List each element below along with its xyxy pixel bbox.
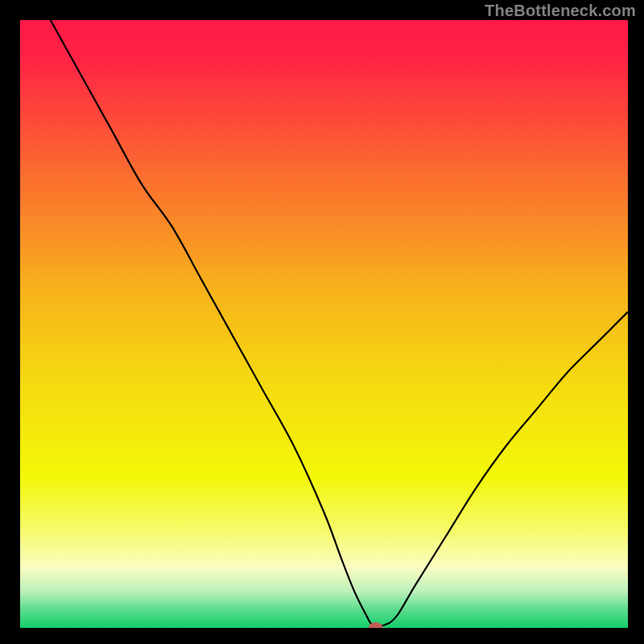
plot-background xyxy=(20,20,628,628)
frame-bottom xyxy=(0,628,644,644)
bottleneck-chart xyxy=(0,0,644,644)
watermark-text: TheBottleneck.com xyxy=(485,2,636,20)
chart-container: TheBottleneck.com xyxy=(0,0,644,644)
frame-right xyxy=(628,0,644,644)
frame-left xyxy=(0,0,20,644)
